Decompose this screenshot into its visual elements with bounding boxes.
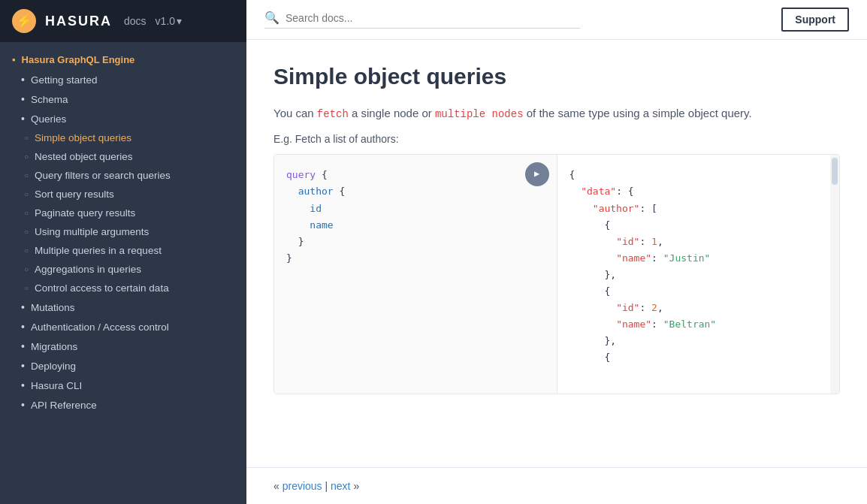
nav-footer: « previous | next »	[246, 467, 867, 504]
code-result: { "data": { "author": [ { "id": 1, "name…	[569, 167, 828, 366]
sidebar-item-hasura-cli[interactable]: Hasura CLI	[0, 376, 246, 395]
version-selector[interactable]: v1.0 ▾	[156, 15, 182, 27]
nav-separator: |	[325, 480, 328, 492]
hasura-logo-icon: ⚡	[12, 9, 36, 33]
intro-paragraph: You can fetch a single node or multiple …	[273, 104, 840, 122]
code-query-panel: ▶ query { author { id name } }	[274, 155, 557, 394]
sidebar-item-mutations[interactable]: Mutations	[0, 297, 246, 317]
sidebar: ⚡ HASURA docs v1.0 ▾ Hasura GraphQL Engi…	[0, 0, 246, 504]
sidebar-item-api-reference[interactable]: API Reference	[0, 395, 246, 415]
sidebar-item-sort-query[interactable]: Sort query results	[0, 185, 246, 204]
sidebar-item-queries[interactable]: Queries	[0, 109, 246, 128]
sidebar-item-multiple-arguments[interactable]: Using multiple arguments	[0, 222, 246, 241]
sidebar-item-simple-object-queries[interactable]: Simple object queries	[0, 128, 246, 147]
sidebar-item-nested-object-queries[interactable]: Nested object queries	[0, 147, 246, 166]
search-input[interactable]	[285, 12, 580, 24]
sidebar-item-paginate-query[interactable]: Paginate query results	[0, 204, 246, 222]
code-panel: ▶ query { author { id name } } { "data":…	[273, 154, 840, 394]
sidebar-section-title: Hasura GraphQL Engine	[0, 42, 246, 70]
code-query: query { author { id name } }	[286, 167, 545, 267]
sidebar-item-control-access[interactable]: Control access to certain data	[0, 279, 246, 297]
sidebar-item-schema[interactable]: Schema	[0, 89, 246, 109]
scrollbar-thumb	[832, 158, 838, 185]
brand-name: HASURA	[45, 14, 112, 29]
topbar: 🔍 Support	[246, 0, 867, 40]
sidebar-item-query-filters[interactable]: Query filters or search queries	[0, 166, 246, 185]
example-label: E.g. Fetch a list of authors:	[273, 133, 840, 145]
prev-arrow: «	[273, 480, 279, 492]
sidebar-header: ⚡ HASURA docs v1.0 ▾	[0, 0, 246, 42]
sidebar-item-auth[interactable]: Authentication / Access control	[0, 317, 246, 337]
content-area: Simple object queries You can fetch a si…	[246, 40, 867, 467]
sidebar-item-migrations[interactable]: Migrations	[0, 337, 246, 356]
sidebar-item-aggregations[interactable]: Aggregations in queries	[0, 260, 246, 279]
support-button[interactable]: Support	[781, 8, 849, 32]
main-area: 🔍 Support Simple object queries You can …	[246, 0, 867, 504]
play-button[interactable]: ▶	[525, 162, 549, 186]
next-arrow: »	[353, 480, 359, 492]
search-container: 🔍	[264, 11, 580, 29]
sidebar-item-getting-started[interactable]: Getting started	[0, 70, 246, 89]
sidebar-item-deploying[interactable]: Deploying	[0, 356, 246, 376]
scrollbar[interactable]	[830, 155, 839, 394]
search-icon: 🔍	[264, 11, 279, 25]
code-result-panel: { "data": { "author": [ { "id": 1, "name…	[557, 155, 840, 394]
sidebar-item-multiple-queries[interactable]: Multiple queries in a request	[0, 241, 246, 260]
docs-label: docs	[124, 15, 147, 27]
page-title: Simple object queries	[273, 64, 840, 89]
previous-link[interactable]: previous	[282, 480, 322, 492]
next-link[interactable]: next	[331, 480, 350, 492]
